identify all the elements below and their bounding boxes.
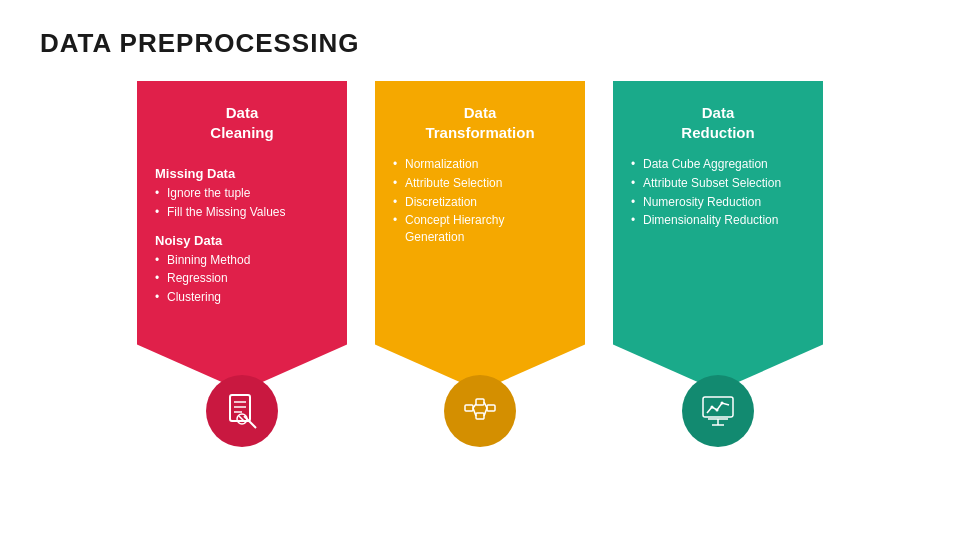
- bullet-concept-hierarchy: Concept Hierarchy Generation: [393, 212, 567, 246]
- svg-point-20: [716, 409, 719, 412]
- svg-rect-8: [476, 399, 484, 405]
- icon-transformation: [444, 375, 516, 447]
- bullet-binning: Binning Method: [155, 252, 329, 269]
- icon-cleaning: [206, 375, 278, 447]
- list-transformation: Normalization Attribute Selection Discre…: [393, 156, 567, 248]
- card-title-reduction: DataReduction: [631, 103, 805, 142]
- list-noisy-data: Binning Method Regression Clustering: [155, 252, 329, 308]
- svg-line-14: [484, 408, 487, 416]
- column-cleaning: DataCleaning Missing Data Ignore the tup…: [132, 81, 352, 447]
- list-missing-data: Ignore the tuple Fill the Missing Values: [155, 185, 329, 223]
- bullet-attribute-selection: Attribute Selection: [393, 175, 567, 192]
- list-reduction: Data Cube Aggregation Attribute Subset S…: [631, 156, 805, 231]
- page-title: DATA PREPROCESSING: [40, 28, 920, 59]
- svg-rect-15: [703, 397, 733, 417]
- card-cleaning: DataCleaning Missing Data Ignore the tup…: [137, 81, 347, 391]
- svg-rect-7: [465, 405, 473, 411]
- bullet-dimensionality: Dimensionality Reduction: [631, 212, 805, 229]
- bullet-attribute-subset: Attribute Subset Selection: [631, 175, 805, 192]
- bullet-normalization: Normalization: [393, 156, 567, 173]
- card-transformation: DataTransformation Normalization Attribu…: [375, 81, 585, 391]
- card-title-transformation: DataTransformation: [393, 103, 567, 142]
- bullet-fill-missing: Fill the Missing Values: [155, 204, 329, 221]
- bullet-data-cube: Data Cube Aggregation: [631, 156, 805, 173]
- bullet-discretization: Discretization: [393, 194, 567, 211]
- card-title-cleaning: DataCleaning: [155, 103, 329, 142]
- bullet-clustering: Clustering: [155, 289, 329, 306]
- bullet-ignore-tuple: Ignore the tuple: [155, 185, 329, 202]
- chart-icon: [698, 391, 738, 431]
- heading-missing-data: Missing Data: [155, 166, 329, 181]
- icon-reduction: [682, 375, 754, 447]
- svg-rect-9: [476, 413, 484, 419]
- card-reduction: DataReduction Data Cube Aggregation Attr…: [613, 81, 823, 391]
- bullet-regression: Regression: [155, 270, 329, 287]
- heading-noisy-data: Noisy Data: [155, 233, 329, 248]
- svg-rect-10: [487, 405, 495, 411]
- network-icon: [460, 391, 500, 431]
- bullet-numerosity: Numerosity Reduction: [631, 194, 805, 211]
- column-reduction: DataReduction Data Cube Aggregation Attr…: [608, 81, 828, 447]
- svg-line-12: [473, 408, 476, 416]
- column-transformation: DataTransformation Normalization Attribu…: [370, 81, 590, 447]
- document-icon: [222, 391, 262, 431]
- svg-point-19: [711, 406, 714, 409]
- columns-container: DataCleaning Missing Data Ignore the tup…: [40, 81, 920, 447]
- svg-point-21: [721, 402, 724, 405]
- slide: DATA PREPROCESSING DataCleaning Missing …: [0, 0, 960, 540]
